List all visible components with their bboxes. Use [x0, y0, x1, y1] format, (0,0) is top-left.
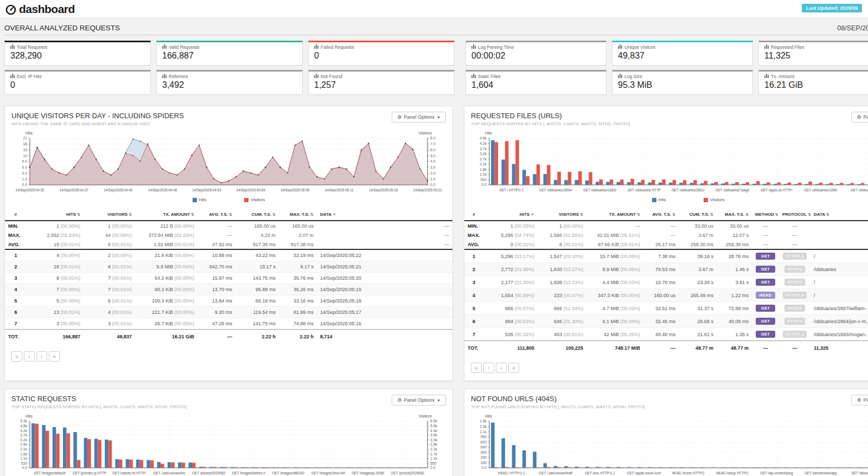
svg-text:14/Sep/2025:04:32: 14/Sep/2025:04:32: [15, 188, 44, 192]
table-cell: 347.3 KiB (00.00%): [586, 289, 643, 302]
panel-options-button[interactable]: ⚙ Panel Options ▼: [392, 395, 446, 406]
column-header-tx-amount[interactable]: TX. AMOUNT⇅: [586, 209, 643, 221]
column-header-tx-amount[interactable]: TX. AMOUNT⇅: [135, 209, 197, 221]
metric-value: 16.21 GiB: [764, 80, 868, 90]
total-cell: —: [752, 341, 779, 356]
column-header-max-t-s-[interactable]: MAX. T.S.⇅: [717, 209, 752, 221]
last-page-button[interactable]: »: [508, 363, 519, 373]
svg-text:GET /obituaries/2284/: GET /obituaries/2284/: [804, 188, 837, 192]
first-page-button[interactable]: «: [471, 363, 482, 373]
prev-page-button[interactable]: ‹: [24, 351, 35, 362]
bar-chart-icon: [471, 44, 476, 50]
summary-cell: 33.00 us: [679, 221, 717, 230]
panel-options-button[interactable]: ⚙ Panel Options ▼: [392, 112, 446, 123]
column-header-visitors[interactable]: VISITORS⇅: [84, 209, 135, 221]
table-cell: 221.7 KiB (00.00%): [135, 307, 197, 318]
table-row[interactable]: 41,654 (00.99%)233 (00.47%)347.3 KiB (00…: [464, 289, 868, 302]
table-row[interactable]: 218 (00.01%)8 (00.01%)5.9 MiB (00.04%)84…: [5, 261, 452, 273]
table-row[interactable]: 73 (00.00%)3 (00.01%)26.7 KiB (00.00%)47…: [5, 318, 452, 330]
table-cell: 3 (00.00%): [27, 318, 84, 330]
column-header-data[interactable]: DATA⇅: [810, 209, 868, 221]
next-page-button[interactable]: ›: [496, 363, 507, 373]
table-row[interactable]: 55 (00.00%)5 (00.01%)100.3 KiB (00.00%)1…: [5, 295, 452, 307]
pagination: «‹›»: [5, 344, 452, 369]
legend-item[interactable]: Hits: [652, 197, 666, 202]
table-cell: 15.97 ms: [197, 273, 235, 284]
table-row[interactable]: 22,772 (01.66%)1,630 (03.27%)8.9 MiB (00…: [464, 263, 868, 276]
summary-row: MAX.2,562 (01.54%)44 (00.09%)373.84 MiB …: [5, 230, 452, 240]
table-row[interactable]: 5956 (00.57%)666 (01.34%)4.7 MiB (00.03%…: [464, 302, 868, 315]
next-page-button[interactable]: ›: [36, 351, 47, 362]
svg-text:12: 12: [23, 154, 27, 158]
svg-text:530: 530: [21, 461, 28, 465]
row-index: 2: [464, 263, 483, 276]
metric-value: 1,257: [314, 80, 449, 90]
summary-cell: 1.91 MiB (00.01%): [135, 240, 197, 249]
column-header-hits[interactable]: HITS▼: [483, 209, 538, 221]
table-row[interactable]: 613 (00.01%)4 (00.01%)221.7 KiB (00.00%)…: [5, 307, 452, 318]
column-header-cum-t-s-[interactable]: CUM. T.S.⇅: [235, 209, 279, 221]
summary-cell: 917.38 ms: [279, 240, 317, 249]
table-cell: 160.00 us: [643, 289, 679, 302]
first-page-button[interactable]: «: [11, 351, 22, 362]
column-header-data[interactable]: DATA▼: [317, 209, 452, 221]
svg-text:3.3k: 3.3k: [430, 438, 437, 442]
table-row[interactable]: 14 (00.00%)2 (00.00%)21.9 KiB (00.00%)10…: [5, 249, 452, 261]
unique-visitors-chart: HitsVisitors211815129.06.03.01.00.08.07.…: [5, 127, 452, 196]
svg-text:GET /env HTTP/1.1: GET /env HTTP/1.1: [585, 471, 615, 475]
protocol-cell: HTTP/2: [779, 302, 810, 315]
table-cell: 1.46 s: [717, 263, 752, 276]
table-cell: 1,608 (03.23%): [538, 276, 586, 289]
table-row[interactable]: 6884 (00.53%)646 (01.30%)6.1 MiB (00.04%…: [464, 315, 868, 328]
svg-text:14/Sep/2025:04:48: 14/Sep/2025:04:48: [148, 188, 177, 192]
legend-item[interactable]: Visitors: [704, 197, 724, 202]
table-cell: 36.26 ms: [279, 284, 317, 295]
table-row[interactable]: 47 (00.00%)7 (00.01%)60.2 KiB (00.00%)13…: [5, 284, 452, 295]
table-cell: 14/Sep/2025:05:17: [317, 307, 452, 318]
column-header-avg-t-s-[interactable]: AVG. T.S.⇅: [197, 209, 235, 221]
table-cell: 666 (01.34%): [538, 302, 586, 315]
legend-item[interactable]: Hits: [193, 197, 207, 202]
total-cell: 11,325: [810, 341, 868, 356]
last-page-button[interactable]: »: [49, 351, 60, 362]
panel-head: REQUESTED FILES (URLS) TOP REQUESTS SORT…: [464, 106, 868, 127]
column-header-max-t-s-[interactable]: MAX. T.S.⇅: [279, 209, 317, 221]
table-row[interactable]: 15,296 (03.17%)1,547 (03.10%)15.7 MiB (0…: [464, 249, 868, 263]
table-row[interactable]: 7535 (00.32%)403 (00.81%)42 MiB (00.25%)…: [464, 328, 868, 341]
column-header-cum-t-s-[interactable]: CUM. T.S.⇅: [679, 209, 717, 221]
table-cell: 8 (00.01%): [84, 261, 135, 273]
table-cell: 9.20 ms: [197, 307, 235, 318]
metric-label: Not Found: [321, 74, 342, 79]
legend-item[interactable]: Visitors: [244, 197, 265, 202]
bar-chart-icon: [764, 74, 769, 79]
summary-row-label: MAX.: [5, 230, 27, 240]
svg-text:GET /obituaries HTTP: GET /obituaries HTTP: [627, 188, 661, 192]
column-header--[interactable]: #: [464, 209, 483, 221]
column-header-hits[interactable]: HITS⇅: [27, 209, 84, 221]
column-header-avg-t-s-[interactable]: AVG. T.S.⇅: [643, 209, 679, 221]
svg-text:Visitors: Visitors: [419, 131, 432, 136]
column-header-visitors[interactable]: VISITORS⇅: [538, 209, 586, 221]
table-row[interactable]: 32,177 (01.30%)1,608 (03.23%)4.4 MiB (00…: [464, 276, 868, 289]
column-header--[interactable]: #: [5, 209, 27, 221]
requests-chart-svg: HitsVisitors4.6k4.2k3.7k3.2k2.7k2.1k1.6k…: [470, 130, 868, 194]
panel-options-button[interactable]: ⚙ Panel Options ▼: [851, 112, 868, 123]
svg-text:3.2k: 3.2k: [20, 438, 27, 442]
column-header-method[interactable]: METHOD⇅: [752, 209, 779, 221]
percent-value: (00.81%): [562, 332, 583, 337]
table-cell: 32.19 ms: [279, 249, 317, 261]
percent-value: (01.34%): [562, 306, 583, 311]
percent-value: (00.01%): [111, 275, 132, 281]
gear-icon: ⚙: [397, 397, 401, 403]
table-row[interactable]: 39 (00.01%)7 (00.01%)54.2 KiB (00.00%)15…: [5, 273, 452, 284]
prev-page-button[interactable]: ‹: [483, 363, 494, 373]
legend-swatch: [652, 198, 656, 202]
panel-options-button[interactable]: ⚙ Panel Options ▼: [851, 395, 868, 406]
metric-value: 11,325: [764, 51, 868, 61]
svg-text:6.0: 6.0: [22, 165, 28, 169]
panel-options-label: Panel Options: [404, 114, 435, 120]
panel-subtitle: HITS HAVING THE SAME IP, DATE AND AGENT …: [11, 121, 184, 126]
column-header-protocol[interactable]: PROTOCOL⇅: [779, 209, 810, 221]
svg-text:HEAD /home HTTP/2: HEAD /home HTTP/2: [672, 471, 705, 475]
summary-cell: 1,566 (01.56%): [538, 230, 586, 240]
